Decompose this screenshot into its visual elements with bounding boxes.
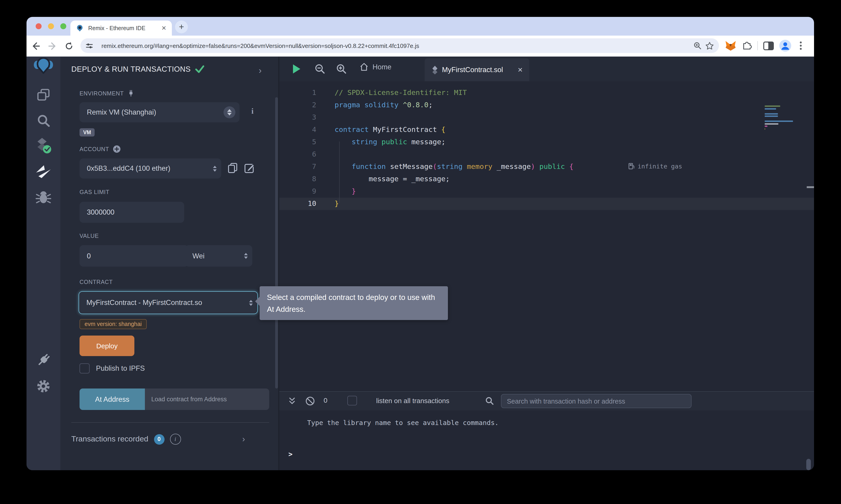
panel-divider xyxy=(71,422,269,423)
plug-icon[interactable] xyxy=(127,89,134,97)
code-text: } xyxy=(334,198,339,210)
deploy-and-run-icon[interactable] xyxy=(27,161,60,183)
line-number: 7 xyxy=(279,161,323,173)
extensions-puzzle-icon[interactable] xyxy=(741,40,752,51)
terminal-body[interactable]: Type the library name to see available c… xyxy=(279,410,814,470)
zoom-page-icon[interactable] xyxy=(691,40,703,52)
code-line[interactable]: 3 xyxy=(279,111,814,124)
address-bar[interactable]: remix.ethereum.org/#lang=en&optimize=fal… xyxy=(81,38,719,53)
code-text: contract MyFirstContract { xyxy=(334,124,445,136)
line-number: 2 xyxy=(279,99,323,111)
expand-terminal-icon[interactable] xyxy=(288,397,296,405)
panel-scrollbar[interactable] xyxy=(275,97,278,389)
gas-limit-label: GAS LIMIT xyxy=(80,189,109,195)
collapse-panel-chevron[interactable]: › xyxy=(259,66,262,76)
maximize-window-button[interactable] xyxy=(60,23,66,29)
code-editor[interactable]: 1// SPDX-License-Identifier: MIT2pragma … xyxy=(279,81,814,391)
home-icon xyxy=(360,62,368,71)
environment-info-icon[interactable]: i xyxy=(252,107,254,116)
line-number: 6 xyxy=(279,148,323,161)
evm-version-badge: evm version: shanghai xyxy=(80,319,147,329)
new-tab-button[interactable]: + xyxy=(175,20,188,33)
terminal-header: 0 listen on all transactions xyxy=(279,391,814,410)
deploy-button[interactable]: Deploy xyxy=(80,336,134,356)
code-line[interactable]: 8 message = _message; xyxy=(279,173,814,185)
browser-tab-strip: Remix - Ethereum IDE ✕ + xyxy=(27,17,814,36)
at-address-input[interactable] xyxy=(145,389,269,410)
copy-account-icon[interactable] xyxy=(228,163,238,174)
value-input[interactable] xyxy=(80,245,188,267)
editor-tab-bar: Home MyFirstContract.sol ✕ xyxy=(279,57,814,81)
gas-pump-icon xyxy=(629,163,634,169)
terminal-scrollbar[interactable] xyxy=(806,459,811,470)
zoom-out-icon[interactable] xyxy=(313,62,326,75)
code-line[interactable]: 6 xyxy=(279,148,814,161)
icon-panel xyxy=(27,57,60,470)
terminal: 0 listen on all transactions Type the li… xyxy=(279,391,814,470)
bookmark-star-icon[interactable] xyxy=(703,40,715,52)
line-number: 1 xyxy=(279,87,323,99)
terminal-search-input[interactable] xyxy=(501,394,691,408)
contract-label: CONTRACT xyxy=(80,279,113,285)
add-account-icon[interactable] xyxy=(113,145,120,153)
settings-gear-icon[interactable] xyxy=(27,375,60,397)
contract-select[interactable]: MyFirstContract - MyFirstContract.so xyxy=(79,291,258,314)
listen-transactions-checkbox[interactable] xyxy=(347,396,357,406)
sidebar-toggle-icon[interactable] xyxy=(763,41,774,51)
run-script-icon[interactable] xyxy=(290,62,303,75)
tab-home[interactable]: Home xyxy=(360,62,392,71)
close-window-button[interactable] xyxy=(36,23,41,29)
tab-close-icon[interactable]: ✕ xyxy=(161,25,166,32)
transactions-info-icon[interactable]: i xyxy=(170,434,181,445)
browser-tab[interactable]: Remix - Ethereum IDE ✕ xyxy=(70,20,172,36)
tab-myfirstcontract[interactable]: MyFirstContract.sol ✕ xyxy=(425,58,529,81)
reload-button[interactable] xyxy=(63,40,75,52)
code-line[interactable]: 5 string public message; xyxy=(279,136,814,148)
browser-menu-icon[interactable] xyxy=(796,41,805,51)
back-button[interactable] xyxy=(29,40,41,52)
publish-ipfs-checkbox[interactable] xyxy=(80,363,90,374)
account-label: ACCOUNT xyxy=(80,146,109,152)
clear-console-icon[interactable] xyxy=(305,396,315,406)
code-line[interactable]: 1// SPDX-License-Identifier: MIT xyxy=(279,87,814,99)
value-unit-select[interactable]: Wei xyxy=(185,245,252,267)
search-icon[interactable] xyxy=(27,110,60,132)
forward-button[interactable] xyxy=(46,40,58,52)
block-count: 0 xyxy=(324,396,327,404)
remix-logo[interactable] xyxy=(27,55,60,77)
contract-select-arrows-icon xyxy=(249,300,253,306)
code-line[interactable]: 10} xyxy=(279,198,814,210)
debugger-icon[interactable] xyxy=(27,186,60,208)
account-select[interactable]: 0x5B3...eddC4 (100 ether) xyxy=(80,158,221,179)
minimize-window-button[interactable] xyxy=(48,23,54,29)
plugin-manager-icon[interactable] xyxy=(27,349,60,371)
terminal-search-icon xyxy=(485,396,494,406)
environment-value: Remix VM (Shanghai) xyxy=(87,108,223,116)
code-line[interactable]: 2pragma solidity ^0.8.0; xyxy=(279,99,814,111)
code-line[interactable]: 4contract MyFirstContract { xyxy=(279,124,814,136)
tab-title: Remix - Ethereum IDE xyxy=(88,25,161,31)
gas-estimate-annotation: infinite gas xyxy=(629,163,682,170)
close-tab-icon[interactable]: ✕ xyxy=(518,66,523,73)
metamask-extension-icon[interactable] xyxy=(725,40,736,51)
zoom-in-icon[interactable] xyxy=(335,62,348,75)
terminal-prompt: > xyxy=(288,450,293,458)
code-line[interactable]: 7 function setMessage(string memory _mes… xyxy=(279,161,814,173)
solidity-compiler-icon[interactable] xyxy=(27,135,60,157)
code-line[interactable]: 9 } xyxy=(279,185,814,198)
indent-guide xyxy=(339,142,340,203)
at-address-button[interactable]: At Address xyxy=(80,389,145,410)
code-text: } xyxy=(334,185,356,198)
environment-select[interactable]: Remix VM (Shanghai) xyxy=(80,102,240,122)
file-explorer-icon[interactable] xyxy=(27,84,60,106)
gas-limit-input[interactable] xyxy=(80,202,184,223)
code-text: pragma solidity ^0.8.0; xyxy=(334,99,433,111)
editor-minimap[interactable] xyxy=(765,106,797,130)
profile-avatar[interactable] xyxy=(779,40,791,52)
browser-window: Remix - Ethereum IDE ✕ + remix.ethereum.… xyxy=(27,17,814,470)
account-select-arrows-icon xyxy=(213,165,217,172)
edit-account-icon[interactable] xyxy=(244,163,255,174)
site-settings-icon[interactable] xyxy=(83,40,95,52)
transactions-expand-chevron[interactable]: › xyxy=(242,435,245,444)
panel-title: DEPLOY & RUN TRANSACTIONS xyxy=(71,65,191,73)
